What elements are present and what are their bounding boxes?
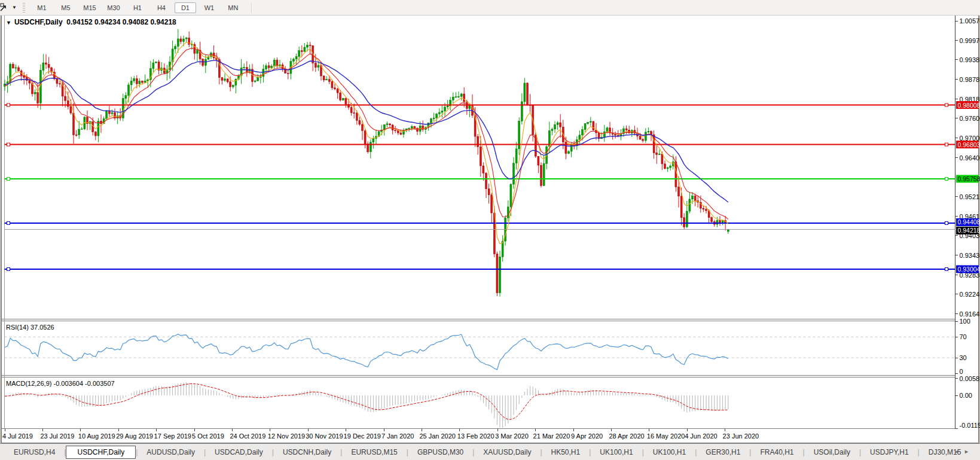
candle — [507, 207, 509, 218]
candle — [334, 88, 336, 89]
line-drag-handle[interactable] — [945, 177, 948, 180]
candle — [293, 59, 295, 62]
candle — [711, 218, 713, 222]
candle — [364, 130, 366, 144]
tab-ger30-h1[interactable]: GER30,H1 — [697, 446, 749, 458]
line-drag-handle[interactable] — [7, 143, 10, 146]
line-drag-handle[interactable] — [7, 177, 10, 180]
candle — [486, 173, 487, 189]
chart-menu-caret-icon[interactable]: ▼ — [6, 20, 11, 26]
candle — [180, 39, 182, 42]
chevron-down-icon[interactable]: ▼ — [12, 5, 17, 10]
tab-eurusd-m15[interactable]: EURUSD,M15 — [342, 446, 406, 458]
candle — [543, 163, 545, 185]
candle — [175, 46, 176, 48]
toolbar-grip-handle[interactable] — [23, 3, 25, 13]
candle — [722, 221, 723, 223]
candle — [262, 69, 264, 77]
tab-audusd-daily[interactable]: AUDUSD,Daily — [138, 446, 204, 458]
line-drag-handle[interactable] — [945, 221, 948, 224]
candle — [570, 144, 572, 151]
date-tick-label: 28 Apr 2020 — [609, 432, 644, 440]
tab-eurusd-h4[interactable]: EURUSD,H4 — [5, 446, 64, 458]
date-tick-label: 30 Nov 2019 — [306, 432, 343, 440]
tab-usoil-daily[interactable]: USOil,Daily — [805, 446, 859, 458]
candle — [65, 96, 66, 100]
tf-button-mn[interactable]: MN — [222, 2, 244, 13]
candle — [560, 123, 561, 127]
candle — [568, 151, 570, 154]
crosshair-pointer-icon[interactable] — [0, 3, 11, 13]
tab-scroll-right-icon[interactable]: ► — [964, 449, 974, 455]
candle — [648, 132, 649, 132]
candle — [483, 166, 484, 173]
candle — [694, 196, 696, 200]
candle — [502, 241, 503, 257]
line-drag-handle[interactable] — [7, 267, 10, 270]
timeframe-buttons: M1M5M15M30H1H4D1W1MN — [30, 2, 245, 13]
candle — [48, 65, 50, 68]
date-tick-label: 25 Jan 2020 — [419, 432, 456, 440]
candle — [331, 81, 333, 87]
candle — [45, 63, 47, 65]
candle — [678, 187, 680, 196]
candle — [680, 196, 682, 218]
candle — [579, 135, 581, 140]
macd-axis-label: -0.011514 — [960, 422, 980, 429]
tf-button-d1[interactable]: D1 — [175, 2, 196, 13]
candle — [541, 165, 542, 185]
candle — [477, 136, 479, 147]
line-drag-handle[interactable] — [7, 221, 10, 224]
candle — [389, 124, 391, 125]
candle — [94, 132, 96, 136]
tab-usdchf-daily[interactable]: USDCHF,Daily — [66, 446, 136, 459]
tf-button-m5[interactable]: M5 — [55, 2, 77, 13]
tab-uk100-h1[interactable]: UK100,H1 — [644, 446, 695, 458]
candle — [565, 142, 567, 153]
tf-button-w1[interactable]: W1 — [199, 2, 220, 13]
candle — [307, 45, 309, 47]
candle — [686, 211, 688, 227]
line-drag-handle[interactable] — [945, 143, 948, 146]
tab-scroll-left-icon[interactable]: ◄ — [954, 449, 964, 455]
candle — [70, 106, 72, 113]
candle — [152, 63, 154, 69]
tab-usdcnh-daily[interactable]: USDCNH,Daily — [274, 446, 340, 458]
price-tick-label: 0.96400 — [960, 154, 980, 162]
candle — [359, 120, 361, 124]
candle — [328, 80, 330, 82]
tab-fra40-h1[interactable]: FRA40,H1 — [751, 446, 802, 458]
chart-symbol-label: USDCHF,Daily — [14, 18, 63, 26]
candle — [353, 112, 355, 113]
candle — [455, 97, 457, 98]
candle — [458, 96, 460, 97]
line-drag-handle[interactable] — [7, 103, 10, 106]
date-tick-label: 13 Feb 2020 — [457, 432, 494, 440]
tab-xauusd-daily[interactable]: XAUUSD,Daily — [474, 446, 540, 458]
tab-gbpusd-m30[interactable]: GBPUSD,M30 — [408, 446, 472, 458]
rsi-axis-label: 30 — [960, 354, 967, 361]
candle — [197, 50, 199, 53]
rsi-axis-label: 0 — [960, 368, 963, 375]
tf-button-m30[interactable]: M30 — [103, 2, 124, 13]
tab-usdcad-daily[interactable]: USDCAD,Daily — [206, 446, 272, 458]
tab-uk100-h1[interactable]: UK100,H1 — [591, 446, 642, 458]
line-drag-handle[interactable] — [945, 103, 948, 106]
tf-button-h1[interactable]: H1 — [127, 2, 148, 13]
tab-usdjpy-h1[interactable]: USDJPY,H1 — [861, 446, 917, 458]
tf-button-h4[interactable]: H4 — [151, 2, 172, 13]
line-drag-handle[interactable] — [945, 267, 948, 270]
candle — [111, 112, 113, 114]
chart-tab-bar: EURUSD,H4|USDCHF,Daily|AUDUSD,Daily|USDC… — [0, 443, 980, 460]
candle — [515, 149, 517, 163]
candle — [142, 81, 144, 83]
candle — [221, 78, 223, 81]
price-tag-label: 0.95758 — [958, 175, 980, 182]
tab-hk50-h1[interactable]: HK50,H1 — [542, 446, 590, 458]
chart-plot-area[interactable]: 1.005700.999700.993850.987850.981850.976… — [0, 0, 980, 460]
candle — [37, 92, 39, 103]
tf-button-m15[interactable]: M15 — [79, 2, 100, 13]
candle — [268, 66, 270, 68]
tf-button-m1[interactable]: M1 — [31, 2, 53, 13]
candle — [554, 124, 556, 129]
